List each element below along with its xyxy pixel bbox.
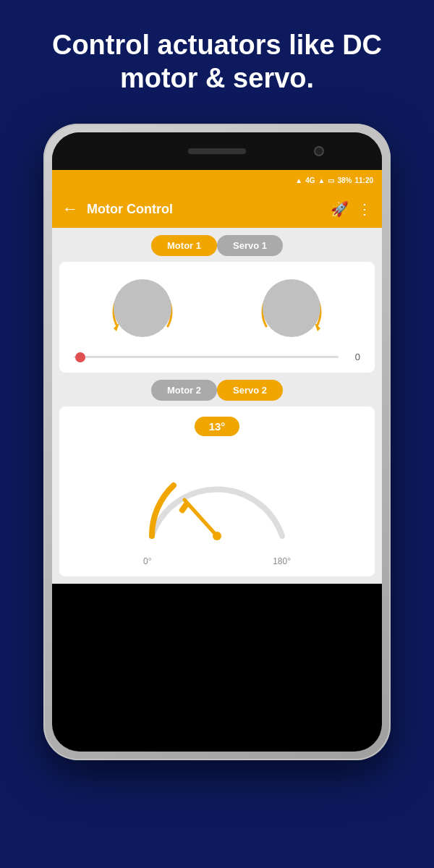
motor1-slider-thumb[interactable] xyxy=(75,352,85,362)
status-bar: ▲ 4G ▲ ▭ 38% 11:20 xyxy=(52,170,382,190)
more-options-icon[interactable]: ⋮ xyxy=(357,200,372,218)
svg-point-3 xyxy=(213,532,221,540)
tab-servo1[interactable]: Servo 1 xyxy=(217,235,283,256)
signal-text: 4G xyxy=(305,176,315,184)
signal-icon: ▲ xyxy=(295,176,302,184)
phone-camera xyxy=(314,146,324,156)
phone-inner-screen: ▲ 4G ▲ ▭ 38% 11:20 ← Motor Control 🚀 ⋮ xyxy=(52,132,382,752)
motor1-card: 0 xyxy=(59,262,375,373)
gauge-label-start: 0° xyxy=(143,556,151,566)
battery-text: 38% xyxy=(337,176,352,184)
knob-left-container xyxy=(106,272,179,344)
back-button[interactable]: ← xyxy=(62,200,78,218)
servo2-card: 13° xyxy=(59,407,375,576)
rocket-icon[interactable]: 🚀 xyxy=(331,200,349,218)
svg-line-2 xyxy=(184,500,217,536)
app-bar: ← Motor Control 🚀 ⋮ xyxy=(52,190,382,228)
headline-text: Control actuators like DC motor & servo. xyxy=(0,0,434,116)
section2: Motor 2 Servo 2 13° xyxy=(59,380,375,576)
tab-motor2[interactable]: Motor 2 xyxy=(151,380,217,401)
knobs-row xyxy=(68,272,366,344)
knob-left-circle xyxy=(114,279,171,337)
motor1-slider-track xyxy=(74,356,339,358)
section1-tabs: Motor 1 Servo 1 xyxy=(59,235,375,256)
screen-content: Motor 1 Servo 1 xyxy=(52,228,382,584)
gauge-label-end: 180° xyxy=(273,556,291,566)
status-icons: ▲ 4G ▲ ▭ 38% 11:20 xyxy=(295,176,373,184)
battery-icon: ▭ xyxy=(328,176,334,184)
section2-tabs: Motor 2 Servo 2 xyxy=(59,380,375,401)
phone-outer-shell: ▲ 4G ▲ ▭ 38% 11:20 ← Motor Control 🚀 ⋮ xyxy=(43,124,391,760)
tab-motor1[interactable]: Motor 1 xyxy=(151,235,217,256)
tab-servo2[interactable]: Servo 2 xyxy=(217,380,283,401)
knob-right[interactable] xyxy=(255,272,328,344)
time-text: 11:20 xyxy=(354,176,373,184)
motor1-slider-row: 0 xyxy=(68,352,366,362)
knob-left[interactable] xyxy=(106,272,179,344)
servo-gauge-svg[interactable] xyxy=(137,442,297,550)
angle-badge: 13° xyxy=(195,417,240,436)
knob-right-container xyxy=(255,272,328,344)
section1: Motor 1 Servo 1 xyxy=(59,235,375,373)
phone-speaker xyxy=(188,148,246,154)
motor1-slider-value: 0 xyxy=(346,352,360,362)
knob-right-circle xyxy=(263,279,320,337)
phone-mockup: ▲ 4G ▲ ▭ 38% 11:20 ← Motor Control 🚀 ⋮ xyxy=(43,124,391,760)
gauge-labels: 0° 180° xyxy=(137,556,297,566)
wifi-icon: ▲ xyxy=(318,176,326,184)
app-bar-title: Motor Control xyxy=(87,202,322,217)
phone-notch xyxy=(52,132,382,170)
